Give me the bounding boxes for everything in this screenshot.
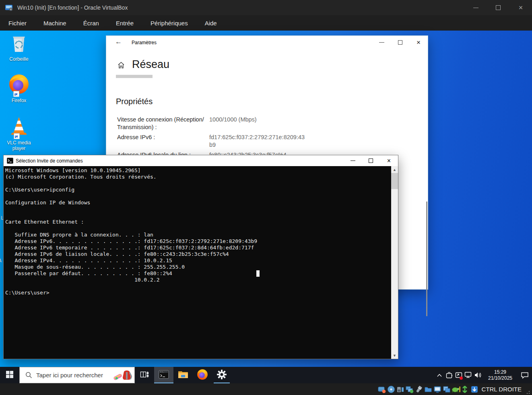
close-icon: × xyxy=(417,39,421,46)
close-icon: × xyxy=(387,158,391,164)
close-button[interactable]: × xyxy=(409,36,428,49)
cmd-icon xyxy=(7,158,13,164)
usb-icon[interactable] xyxy=(414,383,424,395)
back-arrow-icon[interactable]: ← xyxy=(115,38,122,46)
cmd-text-cursor xyxy=(256,270,260,277)
taskbar-search-input[interactable]: Taper ici pour rechercher xyxy=(19,367,135,383)
speaker-icon[interactable] xyxy=(473,367,483,383)
windows-logo-icon xyxy=(6,371,13,380)
taskbar-settings-button[interactable] xyxy=(212,367,231,383)
maximize-button[interactable] xyxy=(362,155,380,166)
start-button[interactable] xyxy=(0,367,19,383)
close-button[interactable]: × xyxy=(509,0,532,15)
action-center-button[interactable] xyxy=(518,367,532,383)
menu-machine[interactable]: Machine xyxy=(35,15,75,31)
cmd-window-title: Sélection Invite de commandes xyxy=(16,158,83,164)
taskbar-clock[interactable]: 15:29 21/10/2025 xyxy=(485,369,515,381)
hidden-icons-chevron[interactable] xyxy=(435,367,444,383)
minimize-button[interactable] xyxy=(464,0,487,15)
shared-folders-icon[interactable] xyxy=(424,383,433,395)
shortcut-arrow-badge xyxy=(14,133,20,139)
vbox-statusbar: CTRL DROITE xyxy=(0,383,532,395)
maximize-icon xyxy=(496,5,501,10)
maximize-icon xyxy=(398,40,402,45)
desktop-icon-corbeille[interactable]: Corbeille xyxy=(0,34,38,62)
settings-titlebar[interactable]: ← Paramètres × xyxy=(106,36,428,49)
ethernet-icon[interactable] xyxy=(464,367,473,383)
taskbar-firefox-button[interactable] xyxy=(193,367,212,383)
settings-row-value: 1000/1000 (Mbps) xyxy=(209,116,302,123)
minimize-icon xyxy=(473,8,478,8)
minimize-icon xyxy=(351,160,355,161)
desktop-icon-vlc[interactable]: VLC media player xyxy=(0,116,38,151)
keyboard-capture-icon[interactable] xyxy=(470,383,479,395)
seamless-windows-icon[interactable] xyxy=(442,383,452,395)
cmd-scrollbar[interactable]: ▲ ▼ xyxy=(391,166,398,359)
cmd-output-text: Microsoft Windows [version 10.0.19045.29… xyxy=(5,167,257,296)
maximize-button[interactable] xyxy=(487,0,509,15)
taskbar-cmd-button[interactable]: C:\_ xyxy=(154,367,173,383)
gear-icon xyxy=(217,370,227,381)
maximize-icon xyxy=(369,158,373,163)
minimize-button[interactable] xyxy=(344,155,362,166)
firefox-icon xyxy=(8,74,29,96)
host-key-indicator: CTRL DROITE xyxy=(482,386,522,393)
close-icon: × xyxy=(519,4,523,11)
features-turtle-icon[interactable] xyxy=(452,383,461,395)
menu-fichier[interactable]: Fichier xyxy=(0,15,35,31)
vlc-cone-icon xyxy=(9,116,29,138)
task-view-button[interactable] xyxy=(135,367,154,383)
desktop-icon-label: VLC media player xyxy=(0,140,38,151)
optical-disk-icon[interactable] xyxy=(387,383,396,395)
cmd-titlebar[interactable]: Sélection Invite de commandes × xyxy=(4,155,398,166)
settings-window-controls: × xyxy=(372,36,428,49)
alert-badge xyxy=(460,376,463,380)
vm-desktop: Corbeille xyxy=(0,31,532,383)
menu-ecran[interactable]: Écran xyxy=(75,15,107,31)
settings-window-title: Paramètres xyxy=(132,40,157,45)
display-icon[interactable] xyxy=(433,383,442,395)
desktop-icon-label: Corbeille xyxy=(0,56,38,62)
minimize-button[interactable] xyxy=(372,36,391,49)
menu-peripheriques[interactable]: Périphériques xyxy=(142,15,196,31)
cmd-output-area[interactable]: Microsoft Windows [version 10.0.19045.29… xyxy=(4,166,391,359)
virtualbox-window: Win10 (Init) [En fonction] - Oracle Virt… xyxy=(0,0,532,395)
desktop-icon-label: Firefox xyxy=(0,98,38,103)
desktop-icon-firefox[interactable]: Firefox xyxy=(0,74,38,103)
search-highlight-graphic-icon[interactable] xyxy=(113,368,132,384)
settings-page-title: Réseau xyxy=(132,58,169,71)
settings-row-label: Vitesse de connexion (Réception/ Transmi… xyxy=(117,116,206,131)
cmd-window-controls: × xyxy=(344,155,398,166)
maximize-button[interactable] xyxy=(391,36,409,49)
firefox-icon xyxy=(197,369,208,382)
screen-sync-icon[interactable] xyxy=(444,367,454,383)
menu-aide[interactable]: Aide xyxy=(196,15,225,31)
cmd-scrollbar-thumb[interactable] xyxy=(391,173,398,189)
vbox-menubar: Fichier Machine Écran Entrée Périphériqu… xyxy=(0,15,532,31)
close-button[interactable]: × xyxy=(380,155,398,166)
resize-grip[interactable] xyxy=(525,389,530,394)
windows-taskbar: Taper ici pour rechercher C:\_ xyxy=(0,367,532,383)
window-title: Win10 (Init) [En fonction] - Oracle Virt… xyxy=(17,4,128,11)
command-prompt-window: Sélection Invite de commandes × Microsof… xyxy=(3,155,398,359)
search-icon xyxy=(25,372,32,379)
loading-placeholder-bar xyxy=(116,75,153,78)
mouse-integration-icon[interactable] xyxy=(461,383,470,395)
hard-disk-icon[interactable] xyxy=(377,383,387,395)
cast-alert-icon[interactable] xyxy=(454,367,464,383)
virtualbox-logo-icon xyxy=(4,3,13,12)
system-tray: 15:29 21/10/2025 xyxy=(435,367,532,383)
audio-icon[interactable] xyxy=(396,383,405,395)
stray-text-fragment: A xyxy=(0,257,2,263)
shortcut-arrow-badge xyxy=(13,91,19,97)
running-app-underline xyxy=(214,383,230,383)
scroll-down-icon[interactable]: ▼ xyxy=(391,352,398,359)
cmd-icon: C:\_ xyxy=(159,370,169,381)
taskbar-explorer-button[interactable] xyxy=(173,367,193,383)
scroll-up-icon[interactable]: ▲ xyxy=(391,166,398,173)
settings-scrollbar[interactable] xyxy=(426,202,427,316)
network-adapter-icon[interactable] xyxy=(405,383,414,395)
svg-text:C:\_: C:\_ xyxy=(160,371,164,373)
menu-entree[interactable]: Entrée xyxy=(107,15,142,31)
active-app-underline xyxy=(154,383,173,383)
